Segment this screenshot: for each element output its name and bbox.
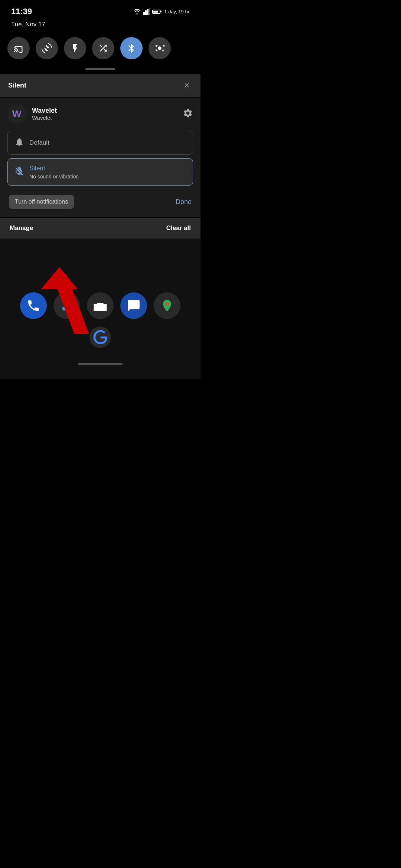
dock-row: [20, 292, 180, 319]
pill-bar: [0, 68, 200, 74]
app-info: W Wavelet Wavelet: [7, 104, 57, 124]
action-row: Turn off notifications Done: [7, 190, 193, 210]
silent-title: Silent: [8, 82, 26, 89]
qs-bluetooth-button[interactable]: [120, 37, 143, 59]
manage-row: Manage Clear all: [0, 218, 200, 239]
quick-settings: [0, 33, 200, 68]
svg-point-11: [62, 307, 66, 310]
second-row: [89, 326, 111, 348]
dock-phone-icon[interactable]: [20, 292, 47, 319]
home-pill: [78, 363, 123, 365]
svg-point-12: [166, 302, 169, 305]
svg-text:W: W: [12, 108, 22, 119]
qs-extra-button[interactable]: [92, 37, 114, 59]
turn-off-notifications-button[interactable]: Turn off notifications: [9, 195, 74, 209]
default-option-text: Default: [29, 139, 49, 147]
qs-focus-button[interactable]: [149, 37, 171, 59]
dock-messages-icon[interactable]: [120, 292, 147, 319]
dock-camera-icon[interactable]: [87, 292, 114, 319]
svg-rect-1: [145, 10, 147, 15]
drag-pill: [85, 68, 115, 70]
qs-cast-button[interactable]: [7, 37, 30, 59]
app-subtitle: Wavelet: [32, 115, 57, 121]
google-icon[interactable]: [89, 326, 111, 348]
silent-header: Silent: [0, 74, 200, 97]
date-row: Tue, Nov 17: [0, 19, 200, 33]
date-text: Tue, Nov 17: [11, 21, 45, 28]
silent-description: No sound or vibration: [29, 174, 79, 180]
svg-rect-0: [143, 12, 145, 15]
silent-option[interactable]: Silent No sound or vibration: [7, 158, 193, 186]
silent-option-text: Silent No sound or vibration: [29, 165, 79, 180]
qs-rotate-button[interactable]: [36, 37, 58, 59]
signal-icon: [143, 8, 150, 15]
battery-text: 1 day, 19 hr: [164, 9, 189, 14]
silent-label: Silent: [29, 165, 79, 172]
app-icon: W: [7, 104, 27, 124]
default-option[interactable]: Default: [7, 131, 193, 155]
app-name-wrap: Wavelet Wavelet: [32, 107, 57, 121]
notification-card: W Wavelet Wavelet Default: [0, 98, 200, 217]
wavelet-logo: W: [10, 107, 24, 121]
dock-store-icon[interactable]: [53, 292, 80, 319]
homescreen: [0, 239, 200, 379]
status-time: 11:39: [11, 7, 32, 16]
status-icons: 1 day, 19 hr: [133, 8, 189, 15]
close-button[interactable]: [181, 80, 192, 91]
qs-flashlight-button[interactable]: [64, 37, 86, 59]
default-label: Default: [29, 139, 49, 147]
manage-button[interactable]: Manage: [10, 224, 33, 232]
dock-maps-icon[interactable]: [154, 292, 180, 319]
app-name: Wavelet: [32, 107, 57, 115]
bell-icon: [14, 137, 24, 148]
done-button[interactable]: Done: [176, 198, 192, 206]
battery-icon: [152, 10, 160, 14]
svg-rect-3: [149, 8, 150, 15]
wifi-icon: [133, 9, 141, 14]
svg-rect-2: [147, 9, 149, 15]
settings-button[interactable]: [183, 108, 193, 120]
status-bar: 11:39 1 day, 19 hr: [0, 0, 200, 19]
app-header: W Wavelet Wavelet: [7, 104, 193, 124]
silent-bell-icon: [14, 167, 24, 178]
clear-all-button[interactable]: Clear all: [166, 224, 191, 232]
